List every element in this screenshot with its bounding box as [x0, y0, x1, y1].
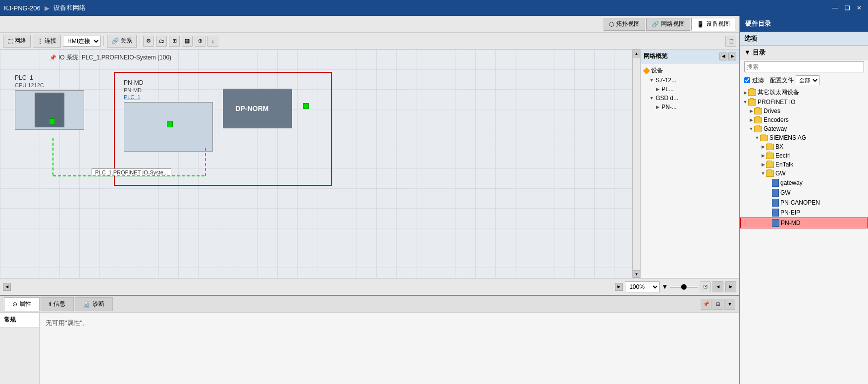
canvas-scrollbar-v[interactable]: ▲ ▼	[632, 50, 640, 278]
zoom-fit-icon[interactable]: ⊡	[700, 281, 711, 292]
properties-icon: ⊙	[12, 301, 17, 308]
cat-toggle-gw[interactable]: ▼	[760, 170, 766, 176]
prop-close-btn[interactable]: ▼	[724, 299, 735, 310]
dpnorm-conn-dot	[303, 103, 309, 109]
general-tab[interactable]: 常规	[0, 313, 39, 328]
device-file-icon-pn-md	[772, 219, 779, 227]
scroll-up-arrow[interactable]: ▲	[633, 50, 641, 57]
cat-item-bx[interactable]: ▶BX	[740, 142, 868, 151]
cat-item-siemens-ag[interactable]: ▼SIEMENS AG	[740, 133, 868, 142]
cat-label-eectrl: Eectrl	[775, 152, 791, 159]
scroll-track-h[interactable]	[13, 278, 613, 295]
icon-btn-5[interactable]: ⊕	[195, 36, 205, 47]
tree-pl[interactable]: ▶ PL...	[643, 85, 737, 94]
cat-toggle-bx[interactable]: ▶	[760, 144, 766, 150]
tree-device-header[interactable]: 🔶 设备	[643, 65, 737, 76]
tree-gsd[interactable]: ▼ GSD d...	[643, 94, 737, 103]
cat-item-pn-canopen[interactable]: PN-CANOPEN	[740, 198, 868, 208]
sidebar-options: 选项	[740, 32, 868, 46]
scroll-track-v[interactable]	[633, 57, 640, 270]
connect-button[interactable]: ⋮ 连接	[33, 35, 61, 48]
overview-nav-right[interactable]: ▶	[728, 53, 736, 60]
plc1-box[interactable]	[15, 90, 84, 130]
device-view-button[interactable]: 📱 设备视图	[691, 18, 735, 31]
tree-pn[interactable]: ▶ PN-...	[643, 103, 737, 111]
close-button[interactable]: ✕	[854, 3, 864, 13]
dpnorm-box[interactable]: DP-NORM	[223, 89, 292, 128]
cat-item-encoders[interactable]: ▶Encoders	[740, 115, 868, 124]
scroll-right-arrow[interactable]: ▶	[615, 283, 623, 291]
main-container: ⬡ 拓扑视图 🔗 网络视图 📱 设备视图 ⬚ 网络 ⋮ 连接 H	[0, 16, 868, 384]
cat-item-eectrl[interactable]: ▶Eectrl	[740, 151, 868, 160]
config-select[interactable]: 全部	[796, 75, 819, 85]
zoom-select[interactable]: 100%	[625, 281, 660, 292]
minimize-button[interactable]: —	[830, 3, 840, 13]
cat-label-bx: BX	[775, 143, 783, 150]
cat-toggle-drives[interactable]: ▶	[748, 108, 754, 114]
cat-item-gw-item[interactable]: GW	[740, 188, 868, 198]
cat-item-profinet-io[interactable]: ▼PROFINET IO	[740, 98, 868, 107]
icon-btn-2[interactable]: 🗂	[156, 36, 167, 47]
filter-checkbox[interactable]	[744, 77, 750, 83]
nav-right-bottom[interactable]: ▶	[725, 281, 736, 292]
prop-pin-btn[interactable]: 📌	[701, 299, 712, 310]
cat-label-other-ethernet: 其它以太网设备	[758, 88, 799, 97]
relation-button[interactable]: 🔗 关系	[107, 35, 137, 48]
canvas-area[interactable]: 📌 IO 系统: PLC_1.PROFINEIO-System (100) PL…	[0, 50, 632, 278]
nav-left-bottom[interactable]: ◀	[713, 281, 723, 292]
pnmd-box[interactable]	[124, 102, 213, 152]
overview-header: 网络概览 ◀ ▶	[641, 50, 739, 63]
plc1-device[interactable]: PLC_1 CPU 1212C	[15, 74, 94, 130]
cat-toggle-entalk[interactable]: ▶	[760, 162, 766, 167]
catalog-expand-icon[interactable]: ▼	[744, 49, 751, 56]
cat-toggle-gateway[interactable]: ▼	[748, 126, 754, 132]
icon-btn-4[interactable]: ▦	[182, 36, 193, 47]
properties-panel: ⊙ 属性 ℹ 信息 🔬 诊断 📌 ⊟ ▼ 常	[0, 295, 739, 384]
hmi-connect-select[interactable]: HMI连接	[63, 36, 101, 47]
cat-toggle-siemens-ag[interactable]: ▼	[754, 135, 760, 141]
dpnorm-device[interactable]: DP-NORM	[223, 87, 302, 128]
cat-toggle-encoders[interactable]: ▶	[748, 117, 754, 123]
cat-item-drives[interactable]: ▶Drives	[740, 107, 868, 115]
cat-label-encoders: Encoders	[764, 116, 789, 123]
icon-btn-7[interactable]: ⬚	[725, 36, 736, 47]
network-button[interactable]: ⬚ 网络	[3, 35, 31, 48]
prop-tab-info[interactable]: ℹ 信息	[41, 297, 74, 311]
cat-item-gateway-item[interactable]: gateway	[740, 178, 868, 188]
cat-toggle-profinet-io[interactable]: ▼	[742, 99, 748, 105]
prop-detach-btn[interactable]: ⊟	[713, 299, 723, 310]
icon-btn-1[interactable]: ⚙	[143, 36, 154, 47]
profinet-label: PLC_1.PROFINET IO-Syste...	[92, 168, 171, 176]
prop-tab-diagnostics[interactable]: 🔬 诊断	[75, 297, 113, 311]
folder-icon-gateway	[754, 126, 762, 132]
cat-item-gateway[interactable]: ▼Gateway	[740, 124, 868, 133]
topology-view-button[interactable]: ⬡ 拓扑视图	[604, 18, 645, 31]
prop-main-content: 无可用"属性"。	[40, 313, 739, 384]
cat-item-entalk[interactable]: ▶EnTalk	[740, 160, 868, 169]
scroll-left-arrow[interactable]: ◀	[3, 283, 11, 291]
cat-toggle-eectrl[interactable]: ▶	[760, 153, 766, 159]
cat-label-gateway-item: gateway	[780, 179, 803, 186]
folder-icon-eectrl	[766, 153, 774, 159]
cat-item-pn-eip[interactable]: PN-EIP	[740, 208, 868, 218]
cat-item-gw[interactable]: ▼GW	[740, 169, 868, 178]
scroll-down-arrow[interactable]: ▼	[633, 270, 641, 278]
tree-s7[interactable]: ▼ S7-12...	[643, 76, 737, 85]
folder-icon-drives	[754, 108, 762, 114]
cat-item-other-ethernet[interactable]: ▶其它以太网设备	[740, 87, 868, 98]
cat-label-entalk: EnTalk	[775, 161, 793, 168]
network-view-button[interactable]: 🔗 网络视图	[646, 18, 690, 31]
connect-icon: ⋮	[37, 38, 43, 45]
icon-btn-6[interactable]: ↓	[207, 36, 218, 47]
cat-toggle-other-ethernet[interactable]: ▶	[742, 90, 748, 96]
device-file-icon-pn-eip	[772, 209, 779, 217]
prop-tab-properties[interactable]: ⊙ 属性	[4, 297, 40, 311]
folder-icon-other-ethernet	[748, 89, 756, 96]
pnmd-device[interactable]: PN-MD PN-MD PLC_1	[124, 79, 223, 152]
icon-btn-3[interactable]: ⊞	[169, 36, 180, 47]
restore-button[interactable]: ❑	[842, 3, 852, 13]
overview-nav-left[interactable]: ◀	[719, 53, 727, 60]
pnmd-link[interactable]: PLC_1	[124, 94, 223, 100]
cat-item-pn-md[interactable]: PN-MD	[740, 218, 868, 228]
catalog-search-input[interactable]	[744, 61, 864, 72]
